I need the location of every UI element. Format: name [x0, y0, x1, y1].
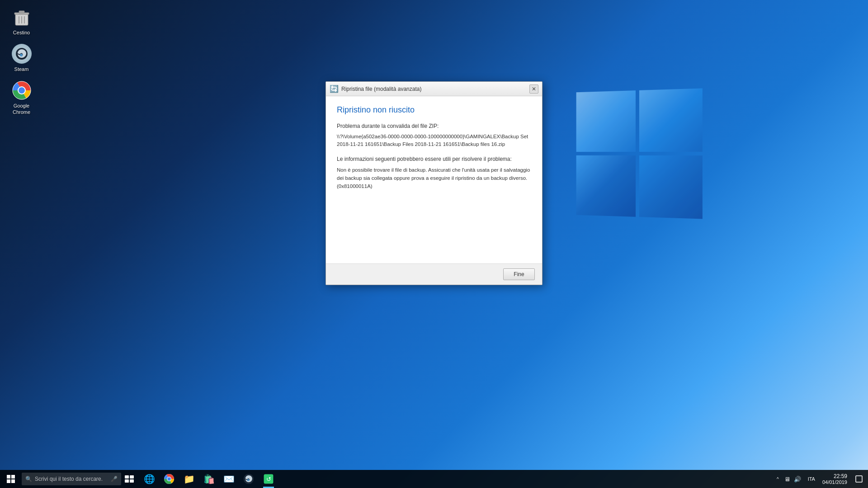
- svg-point-24: [247, 479, 250, 481]
- modal-body: Ripristino non riuscito Problema durante…: [326, 96, 542, 263]
- svg-rect-19: [130, 479, 134, 483]
- svg-rect-15: [11, 479, 15, 483]
- dialog-icon: 🔄: [330, 84, 339, 93]
- chrome-taskbar-icon: [164, 474, 175, 484]
- svg-rect-18: [125, 479, 129, 483]
- modal-path: \\?\Volume{a502ae36-0000-0000-0000-10000…: [337, 133, 531, 149]
- modal-heading: Ripristino non riuscito: [337, 105, 531, 115]
- microphone-icon: 🎤: [111, 476, 118, 482]
- taskbar-app7[interactable]: ↺: [259, 470, 278, 488]
- taskbar-mail[interactable]: ✉️: [219, 470, 239, 488]
- modal-title-left: 🔄 Ripristina file (modalità avanzata): [330, 84, 421, 93]
- edge-icon: 🌐: [144, 474, 155, 484]
- volume-icon[interactable]: 🔊: [793, 476, 802, 483]
- svg-rect-12: [7, 475, 10, 479]
- modal-zip-label: Problema durante la convalida del file Z…: [337, 123, 531, 129]
- search-icon: 🔍: [25, 476, 32, 482]
- svg-rect-13: [11, 475, 15, 479]
- start-button[interactable]: [0, 470, 22, 488]
- clock-time: 22:59: [834, 473, 847, 479]
- svg-rect-17: [130, 475, 134, 479]
- svg-rect-14: [7, 479, 10, 483]
- modal-close-button[interactable]: ✕: [529, 84, 538, 94]
- taskbar-explorer[interactable]: 📁: [179, 470, 199, 488]
- modal-titlebar: 🔄 Ripristina file (modalità avanzata) ✕: [326, 82, 542, 96]
- tray-expand-button[interactable]: ^: [775, 470, 780, 488]
- notification-icon: [855, 475, 863, 483]
- restore-file-dialog: 🔄 Ripristina file (modalità avanzata) ✕ …: [326, 81, 542, 285]
- taskbar-apps: 🌐 📁 🛍️: [139, 470, 278, 488]
- explorer-icon: 📁: [184, 474, 195, 484]
- svg-point-22: [167, 477, 171, 481]
- taskbar-chrome[interactable]: [159, 470, 179, 488]
- mail-icon: ✉️: [223, 474, 235, 484]
- modal-overlay: 🔄 Ripristina file (modalità avanzata) ✕ …: [0, 0, 868, 470]
- taskbar-steam[interactable]: [239, 470, 259, 488]
- taskbar: 🔍 Scrivi qui il testo da cercare. 🎤 🌐: [0, 470, 868, 488]
- dialog-title: Ripristina file (modalità avanzata): [341, 86, 421, 92]
- task-view-button[interactable]: [121, 470, 137, 488]
- system-tray-icons: 🖥 🔊: [781, 470, 804, 488]
- taskbar-store[interactable]: 🛍️: [199, 470, 219, 488]
- store-icon: 🛍️: [203, 474, 215, 484]
- taskbar-clock[interactable]: 22:59 04/01/2019: [819, 470, 851, 488]
- desktop: Cestino Steam: [0, 0, 868, 488]
- svg-text:↺: ↺: [266, 476, 271, 483]
- modal-info-label: Le informazioni seguenti potrebbero esse…: [337, 156, 531, 162]
- notification-center-button[interactable]: [852, 470, 866, 488]
- fine-button[interactable]: Fine: [503, 268, 535, 280]
- clock-date: 04/01/2019: [822, 479, 847, 485]
- taskbar-right: ^ 🖥 🔊 ITA 22:59 04/01/2019: [775, 470, 868, 488]
- taskbar-edge[interactable]: 🌐: [139, 470, 159, 488]
- search-placeholder-text: Scrivi qui il testo da cercare.: [35, 476, 103, 482]
- taskbar-search[interactable]: 🔍 Scrivi qui il testo da cercare. 🎤: [22, 473, 121, 485]
- modal-footer: Fine: [326, 263, 542, 285]
- modal-error-text: Non è possibile trovare il file di backu…: [337, 166, 531, 191]
- language-indicator[interactable]: ITA: [805, 470, 818, 488]
- steam-taskbar-icon: [243, 474, 254, 484]
- svg-rect-27: [856, 476, 862, 482]
- svg-rect-16: [125, 475, 129, 479]
- network-icon[interactable]: 🖥: [783, 476, 792, 483]
- app7-taskbar-icon: ↺: [263, 474, 274, 484]
